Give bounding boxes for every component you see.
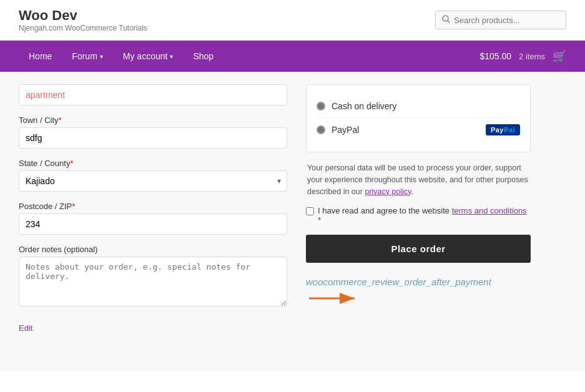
site-logo: Woo Dev Njengah.com WooCommerce Tutorial… [19,7,147,32]
arrow-icon [306,290,362,307]
payment-option-paypal: PayPal PayPal [317,118,520,142]
state-select[interactable]: Kajiado Nairobi Mombasa [19,170,287,192]
svg-line-1 [448,21,450,23]
cart-count: 2 items [519,52,545,61]
search-icon [442,15,450,25]
main-content: Town / City* State / County* Kajiado Nai… [0,72,585,371]
nav-item-forum[interactable]: Forum ▾ [62,41,112,72]
hook-section: woocommerce_review_order_after_payment [306,275,531,307]
payment-option-cod: Cash on delivery [317,95,520,118]
hook-text: woocommerce_review_order_after_payment [306,275,491,288]
left-column: Town / City* State / County* Kajiado Nai… [19,84,287,359]
nav-item-shop[interactable]: Shop [183,41,224,72]
privacy-policy-link[interactable]: privacy policy [365,187,411,196]
payment-cod-label: Cash on delivery [332,101,520,111]
postcode-input[interactable] [19,213,287,235]
site-title: Woo Dev [19,7,147,24]
payment-options-section: Cash on delivery PayPal PayPal [306,84,531,152]
order-notes-group: Order notes (optional) [19,245,287,308]
privacy-text: Your personal data will be used to proce… [306,162,531,197]
paypal-logo: PayPal [486,124,520,135]
cart-total: $105.00 [479,51,511,61]
chevron-down-icon: ▾ [170,53,173,60]
edit-link[interactable]: Edit [19,323,32,333]
place-order-button[interactable]: Place order [306,235,531,263]
search-input[interactable] [454,16,559,25]
radio-button-cod[interactable] [317,102,325,110]
state-group: State / County* Kajiado Nairobi Mombasa … [19,159,287,192]
cart-icon[interactable]: 🛒 [553,49,566,63]
site-subtitle: Njengah.com WooCommerce Tutorials [19,24,147,32]
town-group: Town / City* [19,115,287,149]
payment-paypal-label: PayPal [332,125,479,135]
postcode-label: Postcode / ZIP* [19,202,287,211]
order-notes-textarea[interactable] [19,257,287,306]
nav-items: Home Forum ▾ My account ▾ Shop [19,41,479,72]
nav-cart: $105.00 2 items 🛒 [479,49,566,63]
radio-button-paypal[interactable] [317,125,325,134]
apartment-input[interactable] [19,84,287,105]
nav-item-myaccount[interactable]: My account ▾ [113,41,184,72]
postcode-group: Postcode / ZIP* [19,202,287,235]
site-nav: Home Forum ▾ My account ▾ Shop $105.00 2… [0,41,585,72]
search-bar[interactable] [435,11,566,29]
svg-point-0 [443,16,448,21]
state-label: State / County* [19,159,287,168]
arrow-row [306,290,362,307]
chevron-down-icon: ▾ [100,53,103,60]
town-label: Town / City* [19,115,287,125]
right-column: Cash on delivery PayPal PayPal Your pers… [306,84,531,359]
nav-item-home[interactable]: Home [19,41,62,72]
terms-row: I have read and agree to the website ter… [306,206,531,225]
town-input[interactable] [19,127,287,149]
apartment-group [19,84,287,105]
state-select-wrap: Kajiado Nairobi Mombasa ▾ [19,170,287,192]
terms-checkbox[interactable] [306,207,314,215]
order-notes-label: Order notes (optional) [19,245,287,254]
site-header: Woo Dev Njengah.com WooCommerce Tutorial… [0,0,585,41]
terms-link[interactable]: terms and conditions [452,206,527,215]
